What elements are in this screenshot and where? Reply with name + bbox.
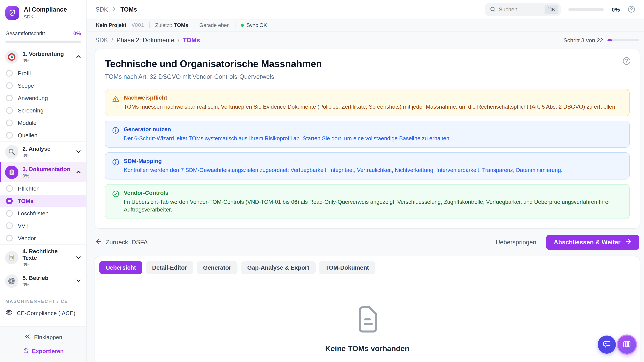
alert-generator-nutzen: Generator nutzen Der 6-Schritt-Wizard le… (105, 121, 630, 148)
upload-icon (23, 347, 29, 355)
sidebar-item-quellen[interactable]: Quellen (0, 129, 86, 141)
radio-icon (6, 235, 13, 242)
sync-label: Sync OK (246, 22, 267, 28)
info-circle-icon (112, 127, 120, 135)
collapse-label: Einklappen (34, 334, 62, 341)
alert-body: TOMs muessen nachweisbar real sein. Verk… (124, 103, 617, 111)
clipboard-icon (5, 166, 18, 179)
item-label: VVT (18, 223, 29, 229)
sidebar-item-anwendung[interactable]: Anwendung (0, 92, 86, 104)
sidebar-item-ce-compliance[interactable]: CE-Compliance (IACE) (0, 306, 86, 322)
main-area: SDK TOMs ⌘K 0% Kein Projekt V001 (86, 0, 644, 362)
magnifier-icon (5, 145, 18, 159)
section-percent: 0% (22, 153, 71, 158)
item-label: Anwendung (18, 95, 48, 101)
sidebar-item-screening[interactable]: Screening (0, 104, 86, 117)
sidebar-section-betrieb[interactable]: 5. Betrieb 0% (0, 271, 86, 291)
sidebar-item-toms[interactable]: TOMs (0, 195, 86, 207)
breadcrumb-sdk[interactable]: SDK (95, 37, 108, 44)
step-indicator: Schritt 3 von 22 (564, 37, 639, 43)
alert-sdm-mapping: SDM-Mapping Kontrollen werden den 7 SDM-… (105, 152, 630, 179)
sidebar-section-dokumentation[interactable]: 3. Dokumentation 0% (0, 162, 86, 182)
alert-body: Im Uebersicht-Tab werden Vendor-TOM-Cont… (124, 198, 622, 214)
alert-nachweispflicht: Nachweispflicht TOMs muessen nachweisbar… (105, 89, 630, 116)
sidebar-item-pflichten[interactable]: Pflichten (0, 182, 86, 195)
radio-icon (6, 82, 13, 89)
breadcrumb-current: TOMs (120, 6, 137, 13)
chevron-down-icon (75, 254, 82, 261)
chat-bubble-icon (602, 340, 611, 350)
search-input[interactable] (499, 6, 542, 13)
tab-tom-dokument[interactable]: TOM-Dokument (319, 261, 375, 274)
sidebar-item-profil[interactable]: Profil (0, 67, 86, 79)
item-label: Scope (18, 82, 34, 89)
gear-icon (5, 274, 18, 288)
toms-header-card: Technische und Organisatorische Massnahm… (94, 49, 640, 229)
sidebar-item-scope[interactable]: Scope (0, 79, 86, 92)
sidebar-item-module[interactable]: Module (0, 117, 86, 129)
export-label: Exportieren (32, 348, 64, 355)
item-label: Löschfristen (18, 210, 48, 217)
columns-fab-button[interactable] (617, 335, 637, 355)
card-help-icon[interactable] (622, 57, 631, 66)
section-label: 4. Rechtliche Texte (22, 248, 71, 261)
alerts-stack: Nachweispflicht TOMs muessen nachweisbar… (105, 89, 630, 219)
chevron-down-icon (75, 148, 82, 156)
app-title: AI Compliance (24, 6, 67, 13)
radio-icon (6, 119, 13, 126)
sync-status: Sync OK (241, 22, 267, 28)
tab-gap-analyse-export[interactable]: Gap-Analyse & Export (241, 261, 316, 274)
tab-generator[interactable]: Generator (197, 261, 238, 274)
section-label: 2. Analyse (22, 145, 71, 152)
sidebar-item-vendor[interactable]: Vendor (0, 232, 86, 244)
item-label: Module (18, 120, 36, 126)
collapse-sidebar-button[interactable]: Einklappen (24, 333, 62, 341)
arrow-left-icon (95, 238, 102, 246)
chip-icon (5, 309, 13, 318)
sidebar-item-loeschfristen[interactable]: Löschfristen (0, 207, 86, 220)
chat-fab-button[interactable] (598, 336, 616, 354)
item-label: Profil (18, 70, 31, 77)
sidebar-section-vorbereitung[interactable]: 1. Vorbereitung 0% (0, 47, 86, 67)
breadcrumb-current-page: TOMs (183, 37, 200, 44)
next-label: Abschliessen & Weiter (554, 239, 620, 246)
breadcrumb-separator (178, 37, 180, 44)
radio-selected-icon (6, 198, 13, 204)
section-percent: 0% (22, 58, 71, 63)
search-box[interactable]: ⌘K (485, 3, 561, 16)
last-visited: Zuletzt: TOMs (155, 22, 188, 28)
page-title: Technische und Organisatorische Massnahm… (105, 58, 630, 69)
tab-bar: Uebersicht Detail-Editor Generator Gap-A… (95, 256, 640, 279)
target-icon (5, 50, 18, 64)
chevron-right-icon (111, 6, 117, 13)
item-label: Quellen (18, 132, 38, 139)
skip-button[interactable]: Ueberspringen (496, 239, 536, 246)
help-icon[interactable] (628, 5, 635, 14)
search-icon (490, 6, 496, 13)
tab-uebersicht[interactable]: Uebersicht (99, 261, 142, 274)
back-button[interactable]: Zurueck: DSFA (95, 238, 148, 246)
breadcrumb-root[interactable]: SDK (96, 6, 108, 13)
radio-icon (6, 222, 13, 229)
empty-state-title: Keine TOMs vorhanden (325, 344, 410, 353)
check-circle-icon (112, 190, 120, 198)
app-subtitle: SDK (24, 14, 67, 19)
memo-icon (5, 251, 18, 265)
sidebar-item-vvt[interactable]: VVT (0, 220, 86, 232)
page-subtitle: TOMs nach Art. 32 DSGVO mit Vendor-Contr… (105, 73, 630, 80)
alert-vendor-controls: Vendor-Controls Im Uebersicht-Tab werden… (105, 184, 630, 219)
sidebar-section-analyse[interactable]: 2. Analyse 0% (0, 141, 86, 162)
sidebar-section-rechtliche-texte[interactable]: 4. Rechtliche Texte 0% (0, 244, 86, 271)
top-bar: SDK TOMs ⌘K 0% (86, 0, 644, 19)
arrow-right-icon (625, 238, 632, 246)
app-name-block: AI Compliance SDK (24, 6, 67, 20)
double-chevron-left-icon (24, 333, 31, 341)
breadcrumb-phase[interactable]: Phase 2: Dokumente (116, 37, 174, 44)
item-label: TOMs (18, 198, 34, 204)
finish-next-button[interactable]: Abschliessen & Weiter (546, 235, 639, 250)
topbar-right: ⌘K 0% (485, 3, 635, 16)
step-progress-track (608, 39, 639, 41)
empty-state-body: Starten Sie den TOM Generator, um techni… (294, 360, 441, 362)
export-button[interactable]: Exportieren (23, 347, 64, 355)
tab-detail-editor[interactable]: Detail-Editor (146, 261, 193, 274)
